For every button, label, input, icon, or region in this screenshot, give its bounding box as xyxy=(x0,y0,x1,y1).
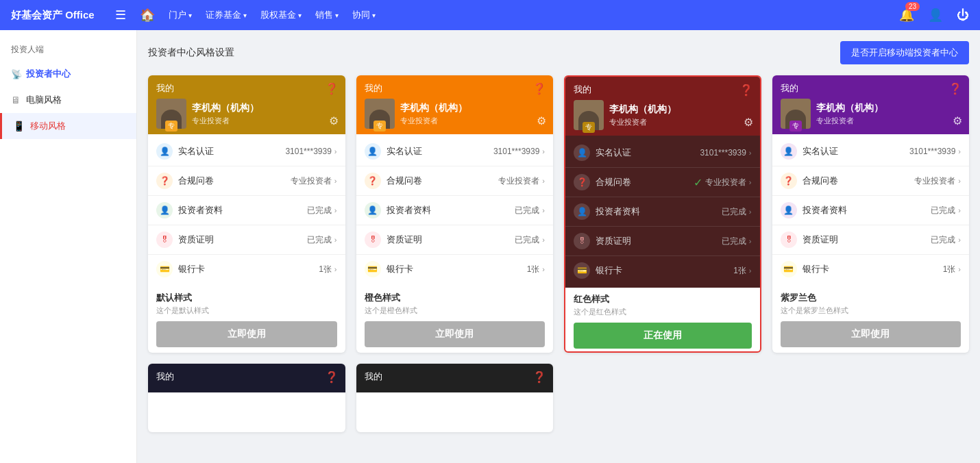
bottom-card-black: 我的 ❓ xyxy=(356,364,554,432)
card-item-questionnaire-2[interactable]: ❓ 合规问卷 专业投资者 › xyxy=(356,166,554,196)
card-item-investor-data-2[interactable]: 👤 投资者资料 已完成 › xyxy=(356,196,554,225)
sidebar-item-desktop[interactable]: 🖥 电脑风格 xyxy=(0,87,136,113)
sidebar-item-mobile[interactable]: 📱 移动风格 xyxy=(0,113,136,139)
card-item-investor-data-3[interactable]: 👤 投资者资料 已完成 › xyxy=(565,197,760,227)
sidebar-mobile-label: 移动风格 xyxy=(30,120,66,132)
bank-arrow-3: › xyxy=(749,266,752,275)
card-item-qualification-4[interactable]: 🎖 资质证明 已完成 › xyxy=(772,225,970,255)
card-item-bank-1[interactable]: 💳 银行卡 1张 › xyxy=(148,255,345,284)
user-info-default: 李机构（机构） 专业投资者 xyxy=(192,102,337,126)
avatar-wrapper-orange: 专 xyxy=(365,99,395,129)
qualification-arrow-2: › xyxy=(542,236,545,244)
questionnaire-value-4: 专业投资者 xyxy=(914,175,955,187)
power-icon[interactable]: ⏻ xyxy=(957,8,969,23)
investor-data-value-2: 已完成 xyxy=(515,205,539,216)
card-item-investor-data-1[interactable]: 👤 投资者资料 已完成 › xyxy=(148,196,345,225)
qualification-value-1: 已完成 xyxy=(307,234,332,246)
user-row-orange: 专 李机构（机构） 专业投资者 ⚙ xyxy=(365,99,546,129)
real-name-value-2: 3101***3939 xyxy=(493,147,539,156)
card-item-real-name-4[interactable]: 👤 实名认证 3101***3939 › xyxy=(772,137,970,166)
bank-arrow-1: › xyxy=(334,265,337,273)
user-name-red: 李机构（机构） xyxy=(609,103,752,116)
card-item-bank-2[interactable]: 💳 银行卡 1张 › xyxy=(356,255,554,284)
use-btn-default[interactable]: 立即使用 xyxy=(156,321,337,347)
card-header-red: 我的 ❓ 专 李机构（机构） 专业投资者 ⚙ xyxy=(565,77,760,136)
user-role-red: 专业投资者 xyxy=(609,117,752,127)
nav-sales[interactable]: 销售 ▾ xyxy=(315,9,339,21)
card-item-qualification-3[interactable]: 🎖 资质证明 已完成 › xyxy=(565,227,760,256)
portal-arrow: ▾ xyxy=(188,12,192,19)
settings-icon-red[interactable]: ⚙ xyxy=(744,116,753,129)
qualification-label-2: 资质证明 xyxy=(387,234,515,246)
card-my-label-red: 我的 xyxy=(574,84,752,96)
equity-arrow: ▾ xyxy=(298,12,302,19)
style-name-default: 默认样式 xyxy=(156,292,337,304)
card-items-orange: 👤 实名认证 3101***3939 › ❓ 合规问卷 专业投资者 › 👤 投资… xyxy=(356,134,554,286)
investor-data-label-2: 投资者资料 xyxy=(387,204,515,216)
bottom-card-my-label-1: 我的 xyxy=(156,371,337,383)
question-icon-orange[interactable]: ❓ xyxy=(532,82,546,95)
settings-icon-default[interactable]: ⚙ xyxy=(329,114,339,127)
use-btn-orange[interactable]: 立即使用 xyxy=(365,321,546,347)
settings-icon-purple[interactable]: ⚙ xyxy=(953,114,962,127)
questionnaire-value-3: 专业投资者 xyxy=(705,177,746,188)
card-item-real-name-2[interactable]: 👤 实名认证 3101***3939 › xyxy=(356,137,554,166)
user-row-purple: 专 李机构（机构） 专业投资者 ⚙ xyxy=(781,99,961,129)
investor-data-icon-4: 👤 xyxy=(781,202,797,218)
bank-value-2: 1张 xyxy=(527,264,540,275)
user-name-default: 李机构（机构） xyxy=(192,102,337,114)
card-item-investor-data-4[interactable]: 👤 投资者资料 已完成 › xyxy=(772,196,970,225)
avatar-badge-orange: 专 xyxy=(373,121,386,132)
nav-portal[interactable]: 门户 ▾ xyxy=(169,9,192,21)
investor-data-arrow-1: › xyxy=(334,206,337,214)
nav-securities[interactable]: 证券基金 ▾ xyxy=(206,9,247,21)
investor-data-value-4: 已完成 xyxy=(931,205,955,216)
real-name-value-4: 3101***3939 xyxy=(909,147,955,156)
card-footer-orange: 橙色样式 这个是橙色样式 立即使用 xyxy=(356,286,554,350)
real-name-value-3: 3101***3939 xyxy=(700,148,746,158)
notification-btn[interactable]: 🔔 23 xyxy=(899,8,914,23)
card-item-bank-3[interactable]: 💳 银行卡 1张 › xyxy=(565,256,760,285)
question-icon-default[interactable]: ❓ xyxy=(325,82,339,95)
use-btn-purple[interactable]: 立即使用 xyxy=(781,321,961,347)
mobile-icon: 📱 xyxy=(13,121,25,132)
home-icon[interactable]: 🏠 xyxy=(140,8,155,23)
card-item-real-name-1[interactable]: 👤 实名认证 3101***3939 › xyxy=(148,137,345,166)
qualification-value-3: 已完成 xyxy=(722,236,746,247)
real-name-label-2: 实名认证 xyxy=(387,145,493,158)
question-icon-red[interactable]: ❓ xyxy=(739,84,753,97)
qualification-icon-4: 🎖 xyxy=(781,232,797,248)
real-name-icon-1: 👤 xyxy=(156,143,173,160)
use-btn-red[interactable]: 正在使用 xyxy=(574,323,752,349)
sidebar-desktop-label: 电脑风格 xyxy=(26,94,62,106)
card-item-bank-4[interactable]: 💳 银行卡 1张 › xyxy=(772,255,970,284)
card-item-questionnaire-1[interactable]: ❓ 合规问卷 专业投资者 › xyxy=(148,166,345,196)
card-item-questionnaire-4[interactable]: ❓ 合规问卷 专业投资者 › xyxy=(772,166,970,196)
question-icon-purple[interactable]: ❓ xyxy=(948,82,962,95)
card-item-real-name-3[interactable]: 👤 实名认证 3101***3939 › xyxy=(565,138,760,168)
card-my-label-purple: 我的 xyxy=(781,82,961,95)
bottom-question-icon-1[interactable]: ❓ xyxy=(325,371,339,384)
settings-icon-orange[interactable]: ⚙ xyxy=(537,114,546,127)
real-name-value-1: 3101***3939 xyxy=(285,147,331,156)
style-desc-purple: 这个是紫罗兰色样式 xyxy=(781,305,961,316)
mobile-center-toggle-btn[interactable]: 是否开启移动端投资者中心 xyxy=(840,41,969,64)
user-role-orange: 专业投资者 xyxy=(400,116,546,126)
bottom-card-dark-navy: 我的 ❓ xyxy=(148,364,345,432)
user-info-purple: 李机构（机构） 专业投资者 xyxy=(816,102,961,126)
real-name-icon-4: 👤 xyxy=(781,143,797,160)
menu-icon[interactable]: ☰ xyxy=(115,8,126,23)
questionnaire-icon-2: ❓ xyxy=(365,173,381,189)
sidebar-item-investor-center[interactable]: 📡 投资者中心 xyxy=(0,61,136,87)
card-item-questionnaire-3[interactable]: ❓ 合规问卷 ✓ 专业投资者 › xyxy=(565,168,760,197)
bottom-question-icon-2[interactable]: ❓ xyxy=(532,371,546,384)
nav-collab[interactable]: 协同 ▾ xyxy=(352,9,376,21)
card-item-qualification-2[interactable]: 🎖 资质证明 已完成 › xyxy=(356,225,554,255)
bank-arrow-4: › xyxy=(958,265,961,273)
card-item-qualification-1[interactable]: 🎖 资质证明 已完成 › xyxy=(148,225,345,255)
nav-equity[interactable]: 股权基金 ▾ xyxy=(260,9,302,21)
user-icon[interactable]: 👤 xyxy=(928,8,943,23)
real-name-arrow-2: › xyxy=(542,147,545,155)
style-name-orange: 橙色样式 xyxy=(365,292,546,304)
bank-label-4: 银行卡 xyxy=(803,263,943,275)
